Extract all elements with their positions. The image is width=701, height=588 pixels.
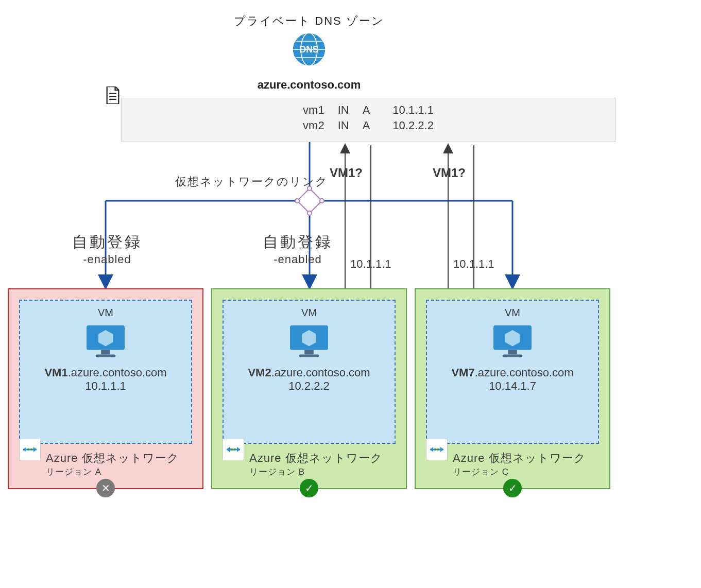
vm-name: VM1 xyxy=(44,366,67,379)
svg-point-38 xyxy=(234,448,236,451)
dns-zone-title: プライベート DNS ゾーン xyxy=(0,13,618,29)
vm-ip: 10.1.1.1 xyxy=(85,379,126,393)
query-label-c: VM1? xyxy=(433,166,466,180)
autoregistration-label-a: 自動登録 -enabled xyxy=(72,232,142,266)
answer-label-c: 10.1.1.1 xyxy=(453,257,494,271)
svg-rect-33 xyxy=(299,354,319,357)
dns-icon: DNS xyxy=(0,29,618,72)
vnet-title: Azure 仮想ネットワーク xyxy=(46,451,179,466)
vnet-icon xyxy=(426,439,448,460)
record-name: vm2 xyxy=(303,119,324,132)
vm-generic-label: VM xyxy=(301,307,317,319)
svg-point-19 xyxy=(307,186,312,191)
svg-point-37 xyxy=(231,448,233,451)
record-class: IN xyxy=(338,119,349,132)
document-icon xyxy=(106,87,120,106)
vm-generic-label: VM xyxy=(505,307,520,319)
vnet-a: VM VM1.azure.contoso.com 10.1.1.1 Azure … xyxy=(8,288,203,489)
vm-name: VM2 xyxy=(248,366,271,379)
svg-point-45 xyxy=(434,448,436,451)
vnet-region: リージョン B xyxy=(249,466,383,478)
vnet-icon xyxy=(19,439,41,460)
vm-box-c: VM VM7.azure.contoso.com 10.14.1.7 xyxy=(426,300,599,444)
status-ok-icon: ✓ xyxy=(503,479,522,497)
dns-records-box: vm1 vm2 IN IN A A 10.1.1.1 10.2.2.2 xyxy=(121,98,615,142)
answer-label-b: 10.1.1.1 xyxy=(350,257,391,271)
svg-marker-36 xyxy=(237,447,240,452)
vnet-title: Azure 仮想ネットワーク xyxy=(249,451,383,466)
link-node-icon xyxy=(295,186,324,215)
vm-icon xyxy=(490,322,535,362)
vm-fqdn-suffix: .azure.contoso.com xyxy=(271,366,370,379)
svg-marker-35 xyxy=(227,447,230,452)
vnet-title: Azure 仮想ネットワーク xyxy=(453,451,586,466)
svg-rect-40 xyxy=(508,350,517,355)
vnet-region: リージョン A xyxy=(46,466,179,478)
vnet-icon xyxy=(223,439,244,460)
svg-point-30 xyxy=(30,448,32,451)
svg-marker-27 xyxy=(23,447,26,452)
svg-point-46 xyxy=(437,448,439,451)
status-fail-icon: ✕ xyxy=(96,479,115,497)
vm-name: VM7 xyxy=(451,366,474,379)
vm-icon xyxy=(286,322,332,362)
record-type: A xyxy=(363,103,370,117)
vm-fqdn-suffix: .azure.contoso.com xyxy=(475,366,574,379)
vm-ip: 10.14.1.7 xyxy=(489,379,536,393)
vnet-c: VM VM7.azure.contoso.com 10.14.1.7 Azure… xyxy=(415,288,610,489)
vm-box-b: VM VM2.azure.contoso.com 10.2.2.2 xyxy=(223,300,396,444)
vm-box-a: VM VM1.azure.contoso.com 10.1.1.1 xyxy=(19,300,192,444)
diagram-canvas: プライベート DNS ゾーン DNS azure.contoso.com vm1… xyxy=(0,0,701,588)
svg-rect-25 xyxy=(96,354,116,357)
status-ok-icon: ✓ xyxy=(300,479,318,497)
record-class: IN xyxy=(338,103,349,117)
svg-point-21 xyxy=(307,211,312,215)
dns-domain-name: azure.contoso.com xyxy=(0,78,618,92)
svg-point-20 xyxy=(320,199,324,203)
svg-text:DNS: DNS xyxy=(299,44,318,55)
query-label-b: VM1? xyxy=(330,166,363,180)
record-type: A xyxy=(363,119,370,132)
svg-marker-43 xyxy=(430,447,433,452)
vm-icon xyxy=(83,322,128,362)
record-value: 10.2.2.2 xyxy=(392,119,434,132)
vm-generic-label: VM xyxy=(98,307,113,319)
vm-fqdn-suffix: .azure.contoso.com xyxy=(68,366,167,379)
autoregistration-label-b: 自動登録 -enabled xyxy=(263,232,333,266)
svg-point-22 xyxy=(295,199,299,203)
vnet-region: リージョン C xyxy=(453,466,586,478)
vnet-b: VM VM2.azure.contoso.com 10.2.2.2 Azure … xyxy=(211,288,407,489)
record-value: 10.1.1.1 xyxy=(392,103,434,117)
vm-ip: 10.2.2.2 xyxy=(288,379,330,393)
record-name: vm1 xyxy=(303,103,324,117)
svg-rect-32 xyxy=(304,350,314,355)
svg-marker-28 xyxy=(33,447,37,452)
svg-rect-24 xyxy=(101,350,110,355)
svg-rect-41 xyxy=(503,354,523,357)
svg-marker-44 xyxy=(440,447,443,452)
svg-point-29 xyxy=(27,448,29,451)
